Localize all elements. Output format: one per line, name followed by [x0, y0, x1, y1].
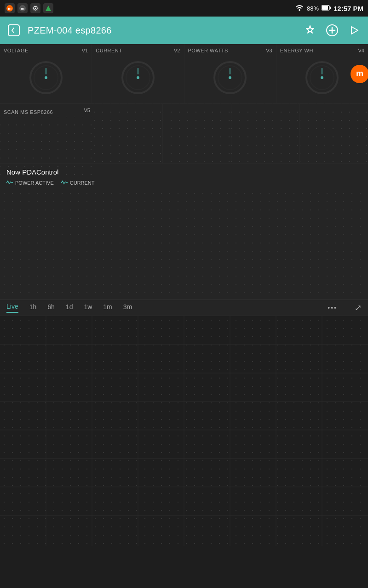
legend-power-active: POWER ACTIVE	[6, 180, 54, 186]
settings-button[interactable]	[302, 22, 318, 39]
more-button[interactable]: •••	[328, 304, 337, 311]
status-left-icons: m m	[5, 3, 53, 13]
svg-point-29	[229, 76, 231, 79]
svg-text:m: m	[8, 6, 12, 11]
scan-panel: SCAN MS ESP8266 V5	[0, 104, 94, 163]
moralis-badge: m	[351, 65, 368, 83]
scan-version: V5	[84, 107, 90, 113]
status-bar: m m	[0, 0, 368, 17]
legend-current-icon	[61, 180, 68, 186]
tab-1d[interactable]: 1d	[66, 303, 73, 312]
dot-grid-2	[94, 104, 163, 163]
power-panel: POWER WATTS V3	[184, 44, 276, 103]
current-panel: CURRENT V2	[92, 44, 184, 103]
legend-power-icon	[6, 180, 13, 186]
back-button[interactable]	[6, 22, 22, 39]
export-button[interactable]: ⤢	[355, 303, 362, 313]
voltage-panel: VOLTAGE V1	[0, 44, 92, 103]
voltage-label: VOLTAGE	[4, 48, 88, 53]
second-row: SCAN MS ESP8266 V5	[0, 104, 368, 164]
energy-panel: ENERGY WH V4 m	[276, 44, 368, 103]
scan-label: SCAN MS ESP8266	[4, 109, 53, 115]
voltage-gauge-area	[4, 53, 88, 102]
tab-1m[interactable]: 1m	[103, 303, 112, 312]
bottom-grid	[0, 316, 368, 546]
dot-grid-5	[300, 104, 368, 163]
play-button[interactable]	[346, 22, 362, 39]
status-right-icons: 88% 12:57 PM	[295, 4, 363, 13]
current-label: CURRENT	[96, 48, 180, 53]
chart-canvas	[0, 189, 368, 300]
energy-label: ENERGY WH	[280, 48, 364, 53]
svg-point-21	[45, 76, 47, 79]
svg-rect-11	[330, 6, 331, 9]
dot-grid-3	[163, 104, 231, 163]
page-title: PZEM-004 esp8266	[28, 25, 296, 36]
gauges-row: VOLTAGE V1 CURRENT V2 POWER WATTS V3	[0, 44, 368, 104]
svg-marker-7	[46, 6, 51, 11]
battery-percentage: 88%	[307, 5, 319, 12]
app-icon-1: m	[5, 3, 15, 13]
app-icon-2: m	[17, 3, 28, 13]
legend-current: CURRENT	[61, 180, 95, 186]
svg-point-8	[299, 9, 300, 11]
voltage-version: V1	[82, 48, 88, 53]
svg-marker-17	[351, 27, 358, 34]
current-version: V2	[174, 48, 180, 53]
tab-live[interactable]: Live	[6, 303, 18, 313]
app-icon-4	[43, 3, 53, 13]
tab-1w[interactable]: 1w	[84, 303, 92, 312]
tab-3m[interactable]: 3m	[123, 303, 132, 312]
svg-point-6	[35, 8, 36, 9]
app-icon-3	[30, 3, 40, 13]
svg-rect-10	[322, 6, 328, 10]
current-gauge-area	[96, 53, 180, 102]
wifi-icon	[295, 4, 304, 13]
clock: 12:57 PM	[334, 5, 363, 12]
legend-power-label: POWER ACTIVE	[15, 180, 54, 186]
energy-version: V4	[358, 48, 364, 53]
chart-tabs: Live 1h 6h 1d 1w 1m 3m ••• ⤢	[0, 300, 368, 316]
svg-rect-12	[8, 25, 19, 36]
dot-grid-4	[231, 104, 300, 163]
svg-text:m: m	[21, 6, 24, 11]
battery-icon	[322, 5, 331, 12]
add-button[interactable]	[324, 22, 340, 39]
power-gauge-area	[188, 53, 272, 102]
chart-area: Now PDAControl POWER ACTIVE CURRENT	[0, 164, 368, 316]
toolbar: PZEM-004 esp8266	[0, 17, 368, 44]
svg-point-25	[137, 76, 139, 79]
svg-point-33	[321, 76, 323, 79]
legend-current-label: CURRENT	[70, 180, 95, 186]
power-version: V3	[266, 48, 272, 53]
tab-6h[interactable]: 6h	[47, 303, 55, 312]
svg-marker-13	[306, 26, 314, 33]
power-label: POWER WATTS	[188, 48, 272, 53]
svg-rect-35	[0, 189, 368, 300]
chart-legend: POWER ACTIVE CURRENT	[0, 178, 368, 189]
tab-1h[interactable]: 1h	[29, 303, 37, 312]
